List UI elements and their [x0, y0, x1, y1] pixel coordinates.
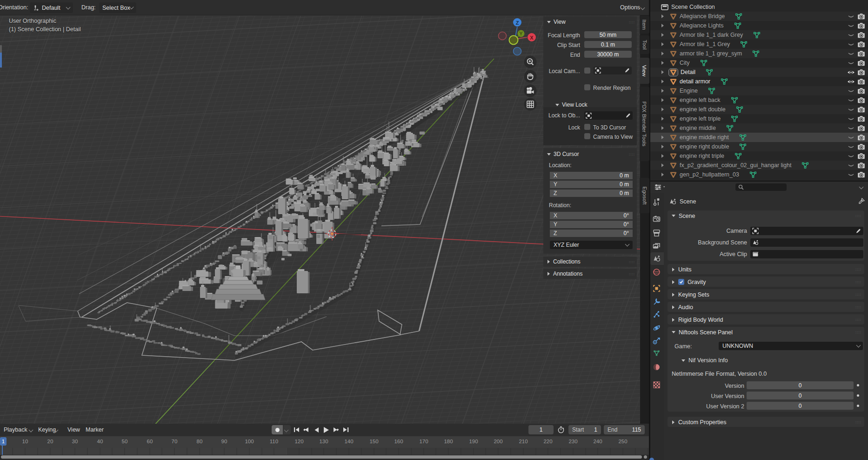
svg-text:X: X	[530, 35, 534, 41]
svg-text:Z: Z	[516, 20, 519, 26]
svg-text:Y: Y	[519, 31, 523, 36]
